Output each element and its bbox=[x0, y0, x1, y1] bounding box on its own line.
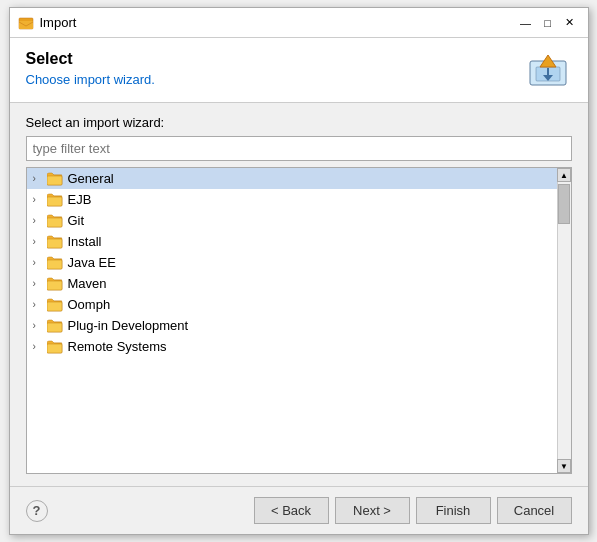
folder-icon bbox=[47, 193, 63, 207]
tree-item[interactable]: › Plug-in Development bbox=[27, 315, 557, 336]
chevron-icon: › bbox=[33, 173, 43, 184]
chevron-icon: › bbox=[33, 236, 43, 247]
subtitle-end: . bbox=[151, 72, 155, 87]
window-icon bbox=[18, 15, 34, 31]
svg-rect-16 bbox=[47, 260, 62, 269]
next-button[interactable]: Next > bbox=[335, 497, 410, 524]
chevron-icon: › bbox=[33, 194, 43, 205]
svg-rect-22 bbox=[47, 323, 62, 332]
chevron-icon: › bbox=[33, 299, 43, 310]
tree-item[interactable]: › Install bbox=[27, 231, 557, 252]
svg-rect-8 bbox=[47, 176, 62, 185]
close-button[interactable]: ✕ bbox=[560, 13, 580, 33]
chevron-icon: › bbox=[33, 215, 43, 226]
svg-rect-20 bbox=[47, 302, 62, 311]
tree-container: › General› EJB› Git› Install› Java EE› M… bbox=[26, 167, 572, 474]
svg-rect-18 bbox=[47, 281, 62, 290]
page-subtitle: Choose import wizard. bbox=[26, 72, 524, 87]
folder-icon bbox=[47, 340, 63, 354]
tree-item[interactable]: › Remote Systems bbox=[27, 336, 557, 357]
scrollbar[interactable]: ▲ ▼ bbox=[557, 168, 571, 473]
tree-item[interactable]: › EJB bbox=[27, 189, 557, 210]
minimize-button[interactable]: — bbox=[516, 13, 536, 33]
title-bar: Import — □ ✕ bbox=[10, 8, 588, 38]
tree-list: › General› EJB› Git› Install› Java EE› M… bbox=[27, 168, 557, 473]
chevron-icon: › bbox=[33, 278, 43, 289]
help-button[interactable]: ? bbox=[26, 500, 48, 522]
filter-input[interactable] bbox=[26, 136, 572, 161]
tree-item-label: EJB bbox=[68, 192, 92, 207]
tree-item[interactable]: › Java EE bbox=[27, 252, 557, 273]
scroll-up-button[interactable]: ▲ bbox=[557, 168, 571, 182]
tree-item-label: Git bbox=[68, 213, 85, 228]
svg-rect-14 bbox=[47, 239, 62, 248]
header-text: Select Choose import wizard. bbox=[26, 50, 524, 87]
folder-icon bbox=[47, 319, 63, 333]
footer-section: ? < Back Next > Finish Cancel bbox=[10, 486, 588, 534]
finish-button[interactable]: Finish bbox=[416, 497, 491, 524]
folder-icon bbox=[47, 214, 63, 228]
tree-item[interactable]: › Git bbox=[27, 210, 557, 231]
main-content: Select an import wizard: › General› EJB›… bbox=[10, 103, 588, 486]
import-dialog: Import — □ ✕ Select Choose import wizard… bbox=[9, 7, 589, 535]
subtitle-plain: Choose bbox=[26, 72, 74, 87]
footer-buttons: < Back Next > Finish Cancel bbox=[254, 497, 572, 524]
tree-item-label: Plug-in Development bbox=[68, 318, 189, 333]
header-icon bbox=[524, 50, 572, 90]
chevron-icon: › bbox=[33, 341, 43, 352]
window-controls: — □ ✕ bbox=[516, 13, 580, 33]
folder-icon bbox=[47, 172, 63, 186]
scrollbar-thumb[interactable] bbox=[558, 184, 570, 224]
svg-rect-10 bbox=[47, 197, 62, 206]
svg-rect-1 bbox=[19, 21, 33, 29]
svg-rect-12 bbox=[47, 218, 62, 227]
chevron-icon: › bbox=[33, 257, 43, 268]
tree-item-label: General bbox=[68, 171, 114, 186]
tree-item[interactable]: › Oomph bbox=[27, 294, 557, 315]
svg-rect-24 bbox=[47, 344, 62, 353]
folder-icon bbox=[47, 235, 63, 249]
tree-item-label: Remote Systems bbox=[68, 339, 167, 354]
tree-item[interactable]: › Maven bbox=[27, 273, 557, 294]
scroll-down-button[interactable]: ▼ bbox=[557, 459, 571, 473]
filter-label: Select an import wizard: bbox=[26, 115, 572, 130]
folder-icon bbox=[47, 298, 63, 312]
back-button[interactable]: < Back bbox=[254, 497, 329, 524]
window-title: Import bbox=[40, 15, 516, 30]
tree-item-label: Java EE bbox=[68, 255, 116, 270]
folder-icon bbox=[47, 256, 63, 270]
maximize-button[interactable]: □ bbox=[538, 13, 558, 33]
cancel-button[interactable]: Cancel bbox=[497, 497, 572, 524]
chevron-icon: › bbox=[33, 320, 43, 331]
tree-item[interactable]: › General bbox=[27, 168, 557, 189]
page-title: Select bbox=[26, 50, 524, 68]
header-section: Select Choose import wizard. bbox=[10, 38, 588, 103]
footer-left: ? bbox=[26, 500, 48, 522]
tree-item-label: Install bbox=[68, 234, 102, 249]
subtitle-link[interactable]: import wizard bbox=[74, 72, 151, 87]
folder-icon bbox=[47, 277, 63, 291]
tree-item-label: Maven bbox=[68, 276, 107, 291]
tree-item-label: Oomph bbox=[68, 297, 111, 312]
